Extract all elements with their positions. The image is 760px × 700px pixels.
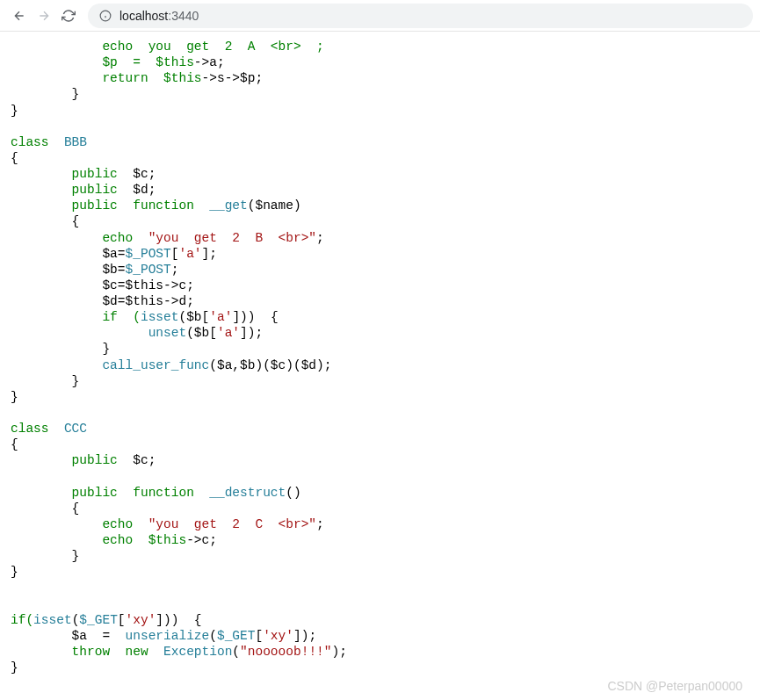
code-line: $a=$_POST['a'];: [11, 247, 217, 261]
code-line: $b=$_POST;: [11, 263, 178, 277]
code-line: {: [11, 214, 79, 228]
code-line: }: [11, 565, 18, 579]
code-line: return $this->s->$p;: [11, 71, 263, 85]
code-line: $c=$this->c;: [11, 278, 194, 292]
code-line: }: [11, 374, 79, 388]
code-line: if(isset($_GET['xy'])) {: [11, 613, 202, 627]
code-line: call_user_func($a,$b)($c)($d);: [11, 358, 331, 372]
url-port: :3440: [168, 9, 199, 23]
reload-button[interactable]: [56, 4, 81, 28]
code-line: }: [11, 342, 110, 356]
code-line: }: [11, 660, 18, 675]
watermark: CSDN @Peterpan00000: [607, 679, 742, 682]
code-line: }: [11, 390, 18, 404]
url-host: localhost: [119, 9, 168, 23]
code-line: throw new Exception("nooooob!!!");: [11, 645, 347, 659]
code-line: if (isset($b['a'])) {: [11, 310, 279, 324]
code-line: {: [11, 151, 18, 165]
code-line: public function __get($name): [11, 198, 301, 213]
code-line: echo "you get 2 B <br>";: [11, 231, 324, 245]
code-line: }: [11, 87, 79, 101]
info-icon: [98, 9, 112, 23]
code-line: unset($b['a']);: [11, 326, 263, 340]
code-content: echo you get 2 A <br> ; $p = $this->a; r…: [0, 32, 760, 682]
code-line: {: [11, 502, 79, 516]
code-line: }: [11, 104, 18, 118]
browser-toolbar: localhost:3440: [0, 0, 760, 32]
code-line: }: [11, 549, 79, 563]
code-line: {: [11, 437, 18, 451]
code-line: $p = $this->a;: [11, 55, 225, 69]
code-line: public $c;: [11, 453, 156, 467]
code-line: class BBB: [11, 135, 87, 149]
back-button[interactable]: [7, 4, 32, 28]
forward-button[interactable]: [32, 4, 56, 28]
code-line: $d=$this->d;: [11, 294, 194, 308]
code-line: echo $this->c;: [11, 533, 217, 547]
address-bar[interactable]: localhost:3440: [88, 4, 753, 28]
code-line: public $d;: [11, 183, 156, 197]
code-line: public $c;: [11, 167, 156, 181]
code-line: echo "you get 2 C <br>";: [11, 517, 324, 531]
code-line: class CCC: [11, 422, 87, 436]
code-line: $a = unserialize($_GET['xy']);: [11, 629, 316, 643]
code-line: public function __destruct(): [11, 486, 301, 500]
code-line: echo you get 2 A <br> ;: [11, 40, 324, 54]
